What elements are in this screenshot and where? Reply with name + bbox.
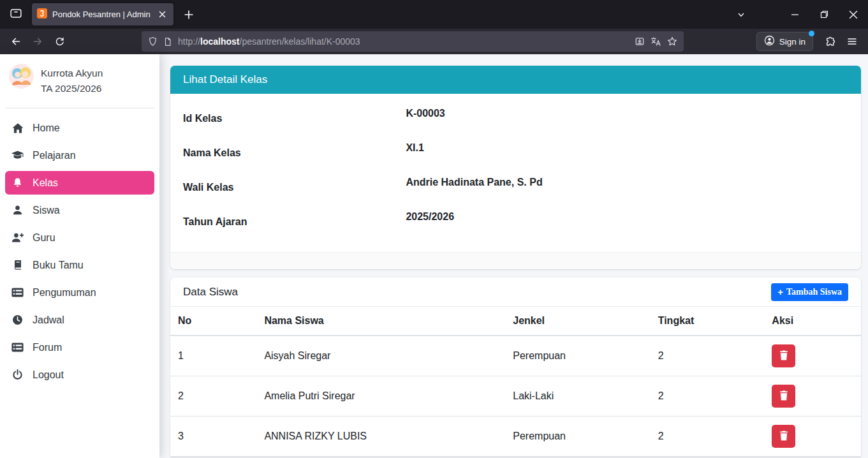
sidebar-item-label: Forum	[33, 342, 62, 353]
trash-icon	[779, 350, 788, 362]
column-header-nama-siswa: Nama Siswa	[256, 307, 505, 336]
notification-dot	[809, 31, 814, 36]
cell-no: 2	[170, 376, 256, 417]
new-tab-button[interactable]	[179, 4, 199, 25]
students-table: No Nama Siswa Jenkel Tingkat Aksi 1 Aisy…	[170, 307, 861, 457]
sidebar-item-pengumuman[interactable]: Pengumuman	[5, 281, 154, 304]
sidebar-item-siswa[interactable]: Siswa	[5, 198, 154, 222]
detail-card-title: Lihat Detail Kelas	[170, 66, 861, 94]
delete-button[interactable]	[772, 425, 795, 448]
cell-name: Aisyah Siregar	[256, 336, 505, 376]
sidebar-item-pelajaran[interactable]: Pelajaran	[5, 144, 154, 167]
forward-icon[interactable]	[27, 31, 48, 52]
bell-icon	[11, 177, 24, 188]
data-siswa-card: Data Siswa + Tambah Siswa No Nama Siswa …	[170, 277, 861, 457]
firefox-view-button[interactable]	[5, 4, 27, 26]
detail-row-nama-kelas: Nama Kelas XI.1	[183, 142, 848, 169]
firefox-view-icon	[10, 8, 22, 21]
sidebar-item-jadwal[interactable]: Jadwal	[5, 308, 154, 332]
column-header-jenkel: Jenkel	[505, 307, 650, 336]
cell-gender: Perempuan	[505, 336, 650, 376]
sidebar-item-guru[interactable]: Guru	[5, 226, 154, 249]
save-page-icon[interactable]	[635, 36, 645, 47]
avatar	[9, 64, 34, 89]
sidebar-item-label: Kelas	[33, 177, 58, 189]
app-content: Kurrota Akyun TA 2025/2026 Home	[0, 54, 868, 458]
plus-icon: +	[777, 287, 783, 297]
data-siswa-title: Data Siswa	[183, 286, 238, 299]
sidebar: Kurrota Akyun TA 2025/2026 Home	[0, 54, 159, 458]
main-content: Lihat Detail Kelas Id Kelas K-00003 Nama…	[159, 54, 868, 458]
translate-icon[interactable]	[651, 36, 661, 47]
field-value: XI.1	[406, 142, 848, 169]
sidebar-item-label: Logout	[33, 369, 64, 381]
sidebar-item-label: Guru	[33, 232, 55, 244]
sidebar-item-buku-tamu[interactable]: Buku Tamu	[5, 253, 154, 277]
field-value: 2025/2026	[406, 211, 848, 238]
tambah-siswa-label: Tambah Siswa	[786, 287, 842, 297]
trash-icon	[779, 390, 788, 403]
cell-level: 2	[651, 376, 765, 417]
sidebar-item-home[interactable]: Home	[5, 116, 154, 140]
sidebar-item-kelas[interactable]: Kelas	[5, 171, 154, 195]
back-icon[interactable]	[5, 31, 27, 52]
field-label: Wali Kelas	[183, 177, 406, 203]
delete-button[interactable]	[772, 344, 795, 367]
tab-favicon-xampp-icon	[37, 8, 47, 21]
tracking-protection-shield-icon[interactable]	[148, 36, 158, 47]
browser-tab[interactable]: Pondok Pesantren | Admin	[32, 3, 173, 26]
browser-toolbar: http://localhost/pesantren/kelas/lihat/K…	[0, 29, 868, 54]
sidebar-item-label: Pelajaran	[33, 150, 76, 161]
sidebar-item-forum[interactable]: Forum	[5, 336, 154, 359]
window-minimize-button[interactable]	[780, 0, 809, 29]
tab-title: Pondok Pesantren | Admin	[52, 10, 151, 19]
bookmark-star-icon[interactable]	[667, 36, 677, 47]
home-icon	[11, 122, 24, 134]
account-icon	[764, 35, 775, 48]
window-close-button[interactable]	[839, 0, 868, 29]
window-restore-button[interactable]	[809, 0, 839, 29]
graduation-cap-icon	[11, 151, 24, 160]
field-label: Nama Kelas	[183, 142, 406, 169]
extensions-puzzle-icon[interactable]	[820, 31, 841, 52]
reload-icon[interactable]	[48, 31, 70, 52]
url-path: /pesantren/kelas/lihat/K-00003	[240, 36, 360, 47]
cell-level: 2	[651, 417, 765, 457]
cell-action	[764, 417, 861, 457]
menu-hamburger-icon[interactable]	[841, 31, 863, 52]
list-icon	[11, 288, 24, 297]
sidebar-item-label: Buku Tamu	[33, 260, 84, 271]
list-all-tabs-chevron-down-icon[interactable]	[730, 4, 752, 26]
url-bar[interactable]: http://localhost/pesantren/kelas/lihat/K…	[142, 31, 684, 52]
power-icon	[11, 369, 24, 380]
column-header-aksi: Aksi	[764, 307, 861, 336]
cell-level: 2	[651, 336, 765, 376]
tab-close-icon[interactable]	[156, 8, 168, 21]
signin-button[interactable]: Sign in	[756, 32, 813, 51]
user-plus-icon	[11, 232, 24, 243]
sidebar-item-logout[interactable]: Logout	[5, 363, 154, 387]
table-header-row: No Nama Siswa Jenkel Tingkat Aksi	[170, 307, 861, 336]
cell-action	[764, 336, 861, 376]
cell-gender: Laki-Laki	[505, 376, 650, 417]
sidebar-nav: Home Pelajaran	[0, 110, 159, 393]
detail-row-id-kelas: Id Kelas K-00003	[183, 108, 848, 135]
detail-row-tahun-ajaran: Tahun Ajaran 2025/2026	[183, 211, 848, 238]
column-header-tingkat: Tingkat	[651, 307, 765, 336]
sidebar-item-label: Home	[33, 122, 60, 134]
detail-card-footer	[170, 252, 861, 269]
field-value: Andrie Hadinata Pane, S. Pd	[406, 177, 848, 203]
url-prefix: http://	[178, 36, 200, 47]
cell-action	[764, 376, 861, 417]
delete-button[interactable]	[772, 385, 795, 408]
site-info-page-icon[interactable]	[163, 37, 172, 47]
tambah-siswa-button[interactable]: + Tambah Siswa	[771, 283, 848, 301]
detail-kelas-card: Lihat Detail Kelas Id Kelas K-00003 Nama…	[170, 66, 861, 269]
url-text[interactable]: http://localhost/pesantren/kelas/lihat/K…	[178, 36, 629, 47]
cell-no: 1	[170, 336, 256, 376]
tab-bar: Pondok Pesantren | Admin	[0, 0, 868, 29]
book-icon	[11, 260, 24, 270]
detail-card-body: Id Kelas K-00003 Nama Kelas XI.1 Wali Ke…	[170, 94, 861, 252]
cell-gender: Perempuan	[505, 417, 650, 457]
cell-no: 3	[170, 417, 256, 457]
